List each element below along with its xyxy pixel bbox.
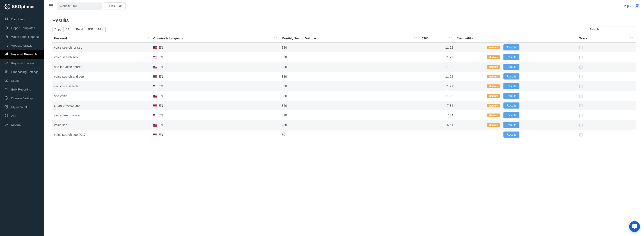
sidebar-item-report-templates[interactable]: Report Templates <box>0 24 44 32</box>
track-checkbox[interactable] <box>579 66 582 69</box>
results-button[interactable]: Results <box>504 74 520 80</box>
results-button[interactable]: Results <box>504 112 520 118</box>
cell-actions: Results <box>502 91 578 101</box>
competition-badge: Medium <box>487 114 500 117</box>
sidebar-item-api[interactable]: API <box>0 112 44 120</box>
competition-badge: Medium <box>487 56 500 59</box>
quick-audit-button[interactable]: Quick Audit <box>104 2 126 10</box>
competition-badge: Medium <box>487 75 500 78</box>
cell-actions: Results <box>502 52 578 62</box>
track-checkbox[interactable] <box>579 94 582 98</box>
search-input[interactable] <box>601 26 636 32</box>
track-checkbox[interactable] <box>579 124 582 127</box>
cell-actions: Results <box>502 72 578 81</box>
results-button[interactable]: Results <box>504 54 520 60</box>
cell-country: EN <box>151 110 280 120</box>
us-flag-icon <box>153 114 157 117</box>
track-checkbox[interactable] <box>579 133 582 136</box>
results-button[interactable]: Results <box>504 83 520 89</box>
report-icon <box>4 35 8 39</box>
results-button[interactable]: Results <box>504 44 520 50</box>
account-icon <box>4 105 8 109</box>
menu-icon <box>49 3 54 8</box>
cell-actions: Results <box>502 42 578 52</box>
sidebar-item-bulk-reporting[interactable]: Bulk Reporting <box>0 85 44 94</box>
track-checkbox[interactable] <box>579 46 582 49</box>
results-table: Keyword▲▼ Country & Language▲▼ Monthly S… <box>52 34 636 140</box>
track-checkbox[interactable] <box>579 85 582 88</box>
cell-track <box>578 42 636 52</box>
competition-badge: Medium <box>487 65 500 69</box>
sidebar-item-my-account[interactable]: My Account <box>0 103 44 112</box>
us-flag-icon <box>153 66 157 68</box>
bulk-icon <box>4 87 8 92</box>
sidebar-item-keyword-tracking[interactable]: Keyword Tracking <box>0 59 44 68</box>
sidebar-nav: DashboardReport TemplatesWhite Label Rep… <box>0 15 44 129</box>
results-button[interactable]: Results <box>504 122 520 128</box>
excel-button[interactable]: Excel <box>74 27 85 32</box>
sidebar-item-domain-settings[interactable]: Domain Settings <box>0 94 44 103</box>
cell-competition: Medium <box>455 91 502 101</box>
help-dropdown[interactable]: Help <box>622 4 631 8</box>
col-keyword[interactable]: Keyword▲▼ <box>52 34 151 42</box>
csv-button[interactable]: CSV <box>63 27 74 32</box>
track-checkbox[interactable] <box>579 75 582 78</box>
user-menu[interactable] <box>635 3 640 9</box>
copy-button[interactable]: Copy <box>52 27 64 32</box>
sidebar-item-dashboard[interactable]: Dashboard <box>0 15 44 24</box>
brand-logo[interactable]: SEOptimer <box>0 0 44 13</box>
col-cpc[interactable]: CPC▲▼ <box>420 34 455 42</box>
track-checkbox[interactable] <box>579 56 582 59</box>
sidebar-item-embedding-settings[interactable]: Embedding Settings <box>0 68 44 76</box>
leads-icon <box>4 78 8 83</box>
us-flag-icon <box>153 76 157 78</box>
website-url-input[interactable] <box>57 2 102 10</box>
col-track[interactable]: Track▲▼ <box>578 34 636 42</box>
results-button[interactable]: Results <box>504 132 520 138</box>
pdf-button[interactable]: PDF <box>85 27 95 32</box>
chat-widget[interactable] <box>629 221 640 232</box>
table-row: voice seoEN2606.61MediumResults <box>52 120 636 130</box>
col-country[interactable]: Country & Language▲▼ <box>151 34 280 42</box>
track-checkbox[interactable] <box>579 104 582 108</box>
print-button[interactable]: Print <box>95 27 106 32</box>
hamburger-button[interactable] <box>48 2 54 10</box>
logout-icon <box>4 122 8 127</box>
sidebar-item-white-label-reports[interactable]: White Label Reports <box>0 32 44 41</box>
cell-country: EN <box>151 81 280 91</box>
sidebar-item-label: White Label Reports <box>11 35 39 38</box>
col-volume[interactable]: Monthly Search Volume▲▼ <box>280 34 420 42</box>
tracking-icon <box>4 61 8 65</box>
cell-country: EN <box>151 91 280 101</box>
table-row: share of voice seoEN3207.34MediumResults <box>52 101 636 110</box>
results-button[interactable]: Results <box>504 64 520 70</box>
sidebar-item-keyword-research[interactable]: Keyword Research <box>0 50 44 59</box>
sidebar-item-website-crawls[interactable]: Website Crawls <box>0 41 44 50</box>
cell-volume: 30 <box>280 130 420 140</box>
cell-keyword: voice search for seo <box>52 42 151 52</box>
track-checkbox[interactable] <box>579 114 582 117</box>
svg-point-7 <box>5 44 8 46</box>
competition-badge: Medium <box>487 123 500 127</box>
api-icon <box>4 114 8 118</box>
table-row: voice search and seoEN88011.22MediumResu… <box>52 72 636 81</box>
sidebar-item-label: Bulk Reporting <box>11 88 31 91</box>
cell-volume: 320 <box>280 110 420 120</box>
domain-icon <box>4 96 8 100</box>
svg-rect-1 <box>5 18 6 19</box>
svg-point-0 <box>7 6 8 8</box>
cell-track <box>578 130 636 140</box>
sidebar-item-logout[interactable]: Logout <box>0 120 44 129</box>
table-row: seo voiceEN88011.22MediumResults <box>52 91 636 101</box>
svg-point-19 <box>6 106 7 107</box>
cell-keyword: voice search seo <box>52 52 151 62</box>
col-competition[interactable]: Competition <box>455 34 502 42</box>
us-flag-icon <box>153 104 157 107</box>
search-label: Search: <box>590 28 600 31</box>
svg-rect-2 <box>6 18 8 19</box>
sidebar-item-leads[interactable]: Leads <box>0 76 44 85</box>
cell-actions: Results <box>502 81 578 91</box>
cell-country: EN <box>151 72 280 81</box>
results-button[interactable]: Results <box>504 102 520 108</box>
results-button[interactable]: Results <box>504 93 520 99</box>
